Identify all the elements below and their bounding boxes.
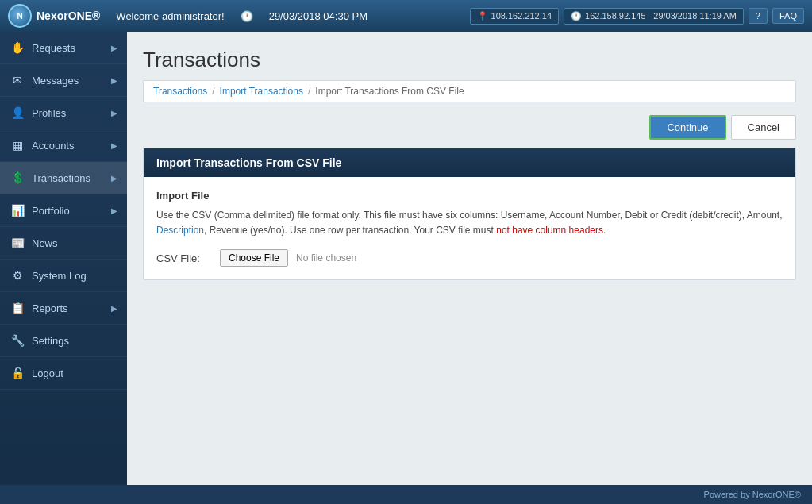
csv-label: CSV File: — [156, 252, 212, 264]
toolbar: Continue Cancel — [143, 115, 796, 140]
logo-text: NexorONE® — [37, 10, 100, 22]
accounts-icon: ▦ — [10, 139, 25, 152]
import-description: Use the CSV (Comma delimited) file forma… — [156, 208, 783, 238]
ip1-icon: 📍 — [477, 11, 488, 21]
help-button[interactable]: ? — [749, 8, 768, 24]
faq-button[interactable]: FAQ — [772, 8, 804, 24]
ip2-text: 162.158.92.145 - 29/03/2018 11:19 AM — [585, 11, 737, 21]
sidebar-item-portfolio[interactable]: 📊 Portfolio ▶ — [0, 194, 127, 227]
header-datetime-icon: 🕐 — [241, 10, 253, 22]
footer: Powered by NexorONE® — [0, 485, 812, 504]
content-area: Transactions Transactions / Import Trans… — [127, 32, 812, 485]
sidebar-item-news[interactable]: 📰 News — [0, 227, 127, 260]
arrow-icon: ▶ — [111, 44, 117, 52]
csv-row: CSV File: Choose File No file chosen — [156, 249, 783, 267]
welcome-text: Welcome administrator! — [116, 10, 224, 22]
sidebar-item-settings[interactable]: 🔧 Settings — [0, 325, 127, 357]
logo: N NexorONE® — [8, 4, 100, 28]
ip2-badge: 🕐 162.158.92.145 - 29/03/2018 11:19 AM — [564, 8, 744, 25]
import-card: Import Transactions From CSV File Import… — [143, 148, 796, 280]
desc-no-headers-warning: not have column headers — [496, 225, 603, 236]
breadcrumb: Transactions / Import Transactions / Imp… — [143, 80, 796, 102]
desc-description-highlight: Description — [156, 225, 204, 236]
ip1-text: 108.162.212.14 — [491, 11, 552, 21]
news-icon: 📰 — [10, 237, 25, 249]
sidebar-item-label: Reports — [32, 302, 68, 314]
sidebar: ✋ Requests ▶ ✉ Messages ▶ 👤 Profiles ▶ ▦… — [0, 32, 127, 485]
breadcrumb-transactions[interactable]: Transactions — [153, 86, 207, 97]
sidebar-item-accounts[interactable]: ▦ Accounts ▶ — [0, 129, 127, 162]
sidebar-item-label: Requests — [32, 42, 75, 54]
choose-file-button[interactable]: Choose File — [220, 249, 288, 267]
sidebar-item-profiles[interactable]: 👤 Profiles ▶ — [0, 97, 127, 129]
page-title: Transactions — [143, 48, 796, 72]
logo-icon: N — [8, 4, 32, 28]
sidebar-item-label: System Log — [32, 270, 87, 282]
arrow-icon: ▶ — [111, 206, 117, 215]
ip2-icon: 🕐 — [571, 11, 582, 21]
reports-icon: 📋 — [10, 302, 25, 314]
settings-icon: 🔧 — [10, 334, 25, 347]
ip1-badge: 📍 108.162.212.14 — [470, 8, 559, 25]
sidebar-item-reports[interactable]: 📋 Reports ▶ — [0, 292, 127, 325]
requests-icon: ✋ — [10, 41, 25, 54]
sidebar-item-messages[interactable]: ✉ Messages ▶ — [0, 64, 127, 97]
header-right: 📍 108.162.212.14 🕐 162.158.92.145 - 29/0… — [470, 8, 804, 25]
sidebar-item-label: News — [32, 237, 58, 249]
sidebar-item-label: Accounts — [32, 140, 74, 152]
profiles-icon: 👤 — [10, 106, 25, 119]
arrow-icon: ▶ — [111, 174, 117, 183]
logout-icon: 🔓 — [10, 367, 25, 379]
no-file-text: No file chosen — [296, 252, 356, 264]
sidebar-item-label: Logout — [32, 367, 63, 379]
sidebar-item-systemlog[interactable]: ⚙ System Log — [0, 260, 127, 292]
continue-button[interactable]: Continue — [649, 115, 725, 140]
systemlog-icon: ⚙ — [10, 269, 25, 282]
breadcrumb-sep-2: / — [308, 86, 310, 97]
transactions-icon: 💲 — [10, 171, 25, 184]
breadcrumb-import-transactions[interactable]: Import Transactions — [220, 86, 303, 97]
sidebar-item-transactions[interactable]: 💲 Transactions ▶ — [0, 162, 127, 194]
messages-icon: ✉ — [10, 74, 25, 87]
main-layout: ✋ Requests ▶ ✉ Messages ▶ 👤 Profiles ▶ ▦… — [0, 32, 812, 485]
sidebar-item-label: Portfolio — [32, 205, 70, 217]
sidebar-item-label: Transactions — [32, 172, 90, 184]
arrow-icon: ▶ — [111, 76, 117, 85]
sidebar-item-requests[interactable]: ✋ Requests ▶ — [0, 32, 127, 64]
breadcrumb-sep-1: / — [212, 86, 214, 97]
import-card-header: Import Transactions From CSV File — [144, 148, 795, 177]
arrow-icon: ▶ — [111, 109, 117, 117]
sidebar-item-label: Messages — [32, 75, 79, 87]
portfolio-icon: 📊 — [10, 204, 25, 217]
breadcrumb-current: Import Transactions From CSV File — [315, 86, 464, 97]
import-section-title: Import File — [156, 190, 783, 202]
sidebar-item-logout[interactable]: 🔓 Logout — [0, 357, 127, 390]
cancel-button[interactable]: Cancel — [731, 115, 796, 140]
arrow-icon: ▶ — [111, 304, 117, 313]
header-datetime: 29/03/2018 04:30 PM — [269, 10, 368, 22]
footer-text: Powered by NexorONE® — [704, 490, 801, 499]
sidebar-item-label: Profiles — [32, 107, 66, 119]
sidebar-item-label: Settings — [32, 335, 69, 347]
header: N NexorONE® Welcome administrator! 🕐 29/… — [0, 0, 812, 32]
arrow-icon: ▶ — [111, 141, 117, 150]
import-card-body: Import File Use the CSV (Comma delimited… — [144, 177, 795, 279]
